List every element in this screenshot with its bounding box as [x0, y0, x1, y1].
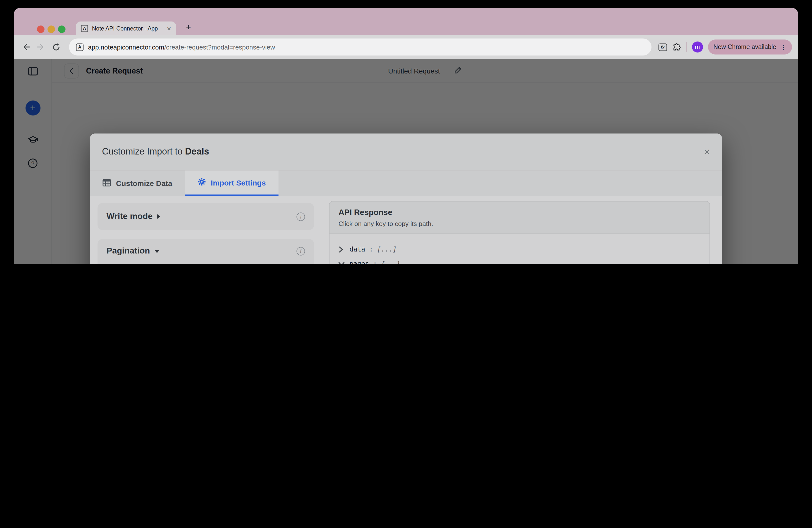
json-preview: [...] [377, 246, 396, 253]
write-mode-label: Write mode [106, 211, 153, 221]
api-response-panel: API Response Click on any key to copy it… [329, 201, 710, 264]
modal-title-entity: Deals [185, 147, 209, 157]
browser-toolbar: A app.noteapiconnector.com/create-reques… [14, 35, 798, 59]
json-preview: {...} [381, 260, 401, 264]
write-mode-title: Write mode [106, 211, 160, 221]
expanded-caret-icon [155, 250, 160, 253]
url-favicon-icon: A [76, 43, 84, 51]
back-icon[interactable] [20, 41, 32, 53]
api-response-header: API Response Click on any key to copy it… [330, 202, 710, 234]
browser-tab[interactable]: A Note API Connector - App × [76, 21, 176, 35]
pagination-label: Pagination [106, 246, 150, 256]
info-icon[interactable]: i [296, 247, 305, 255]
json-key[interactable]: data [349, 246, 365, 253]
tab-customize-data-label: Customize Data [116, 179, 172, 188]
tab-close-icon[interactable]: × [167, 25, 171, 32]
screenshot-stage: A Note API Connector - App × + A app.not… [0, 0, 812, 264]
url-path: /create-request?modal=response-view [164, 43, 275, 51]
toolbar-right-icons: fx m New Chrome available ⋮ [658, 40, 792, 55]
chevron-right-icon[interactable] [338, 246, 349, 252]
toolbar-divider [686, 42, 687, 52]
api-response-tree: data : [...] pages : {...} [330, 234, 710, 264]
customize-import-modal: Customize Import to Deals × Customize Da… [90, 133, 722, 264]
macos-close-button[interactable] [37, 26, 44, 33]
tab-strip: A Note API Connector - App × + [14, 8, 798, 35]
reload-icon[interactable] [50, 41, 62, 53]
profile-avatar[interactable]: m [692, 42, 703, 53]
extension-fx-icon[interactable]: fx [658, 43, 667, 51]
modal-top: Customize Import to Deals × Customize Da… [90, 133, 722, 196]
modal-title-prefix: Customize Import to [102, 147, 185, 157]
info-icon[interactable]: i [296, 212, 305, 221]
collapsed-caret-icon [157, 214, 160, 219]
chrome-menu-icon[interactable]: ⋮ [780, 43, 786, 51]
write-mode-section[interactable]: Write mode i [98, 203, 314, 230]
browser-window: A Note API Connector - App × + A app.not… [14, 8, 798, 264]
json-row-pages[interactable]: pages : {...} [338, 256, 700, 264]
url-text: app.noteapiconnector.com/create-request?… [88, 43, 275, 51]
api-response-title: API Response [338, 208, 700, 217]
tab-favicon-icon: A [81, 25, 88, 32]
json-row-data[interactable]: data : [...] [338, 242, 700, 256]
pagination-title[interactable]: Pagination i [106, 246, 305, 256]
url-bar[interactable]: A app.noteapiconnector.com/create-reques… [69, 39, 651, 56]
modal-body: Write mode i Pagination i Next URL [90, 196, 722, 264]
chevron-down-icon[interactable] [338, 262, 349, 264]
extensions-puzzle-icon[interactable] [672, 41, 681, 53]
json-colon: : [369, 246, 373, 253]
json-colon: : [373, 260, 377, 264]
tab-customize-data[interactable]: Customize Data [90, 171, 185, 196]
close-icon[interactable]: × [704, 147, 710, 157]
tab-import-settings[interactable]: Import Settings [185, 171, 278, 196]
tab-import-settings-label: Import Settings [211, 178, 266, 187]
new-chrome-label: New Chrome available [713, 44, 776, 50]
macos-zoom-button[interactable] [58, 26, 66, 33]
url-domain: app.noteapiconnector.com [88, 43, 164, 51]
api-response-subtitle: Click on any key to copy its path. [338, 220, 700, 228]
modal-tabs: Customize Data Import Settings [90, 170, 722, 196]
new-chrome-available-button[interactable]: New Chrome available ⋮ [708, 40, 792, 55]
pagination-section: Pagination i Next URL Get all pages [98, 239, 314, 264]
modal-header: Customize Import to Deals × [90, 133, 722, 170]
forward-icon[interactable] [35, 41, 47, 53]
table-icon [102, 179, 111, 188]
gear-icon [197, 177, 206, 188]
json-key[interactable]: pages [349, 260, 369, 264]
new-tab-button[interactable]: + [186, 23, 191, 31]
modal-title: Customize Import to Deals [102, 147, 209, 157]
macos-minimize-button[interactable] [47, 26, 55, 33]
tab-title: Note API Connector - App [92, 25, 163, 31]
